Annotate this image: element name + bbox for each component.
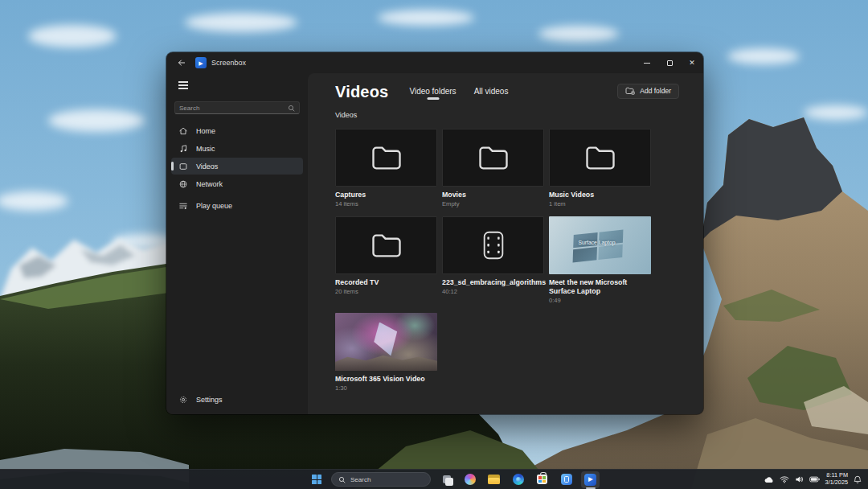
task-view-button[interactable] [436,471,455,488]
page-header: Videos Video folders All videos Add fold… [335,80,679,104]
add-folder-icon [625,87,635,95]
screenbox-window: ▶ Screenbox ✕ Home [166,52,703,414]
tile-meta: 14 items [335,200,437,208]
folder-icon [369,143,404,173]
tile-name: 223_sd_embracing_algorithms [442,278,544,287]
folder-thumbnail [442,129,544,187]
system-tray: 8:11 PM 3/1/2025 [764,470,862,489]
battery-icon[interactable] [809,476,820,483]
sidebar-search[interactable] [174,101,300,114]
folder-icon [583,143,618,173]
sidebar-item-network[interactable]: Network [171,175,303,192]
search-input[interactable] [179,105,288,112]
add-folder-button[interactable]: Add folder [617,84,679,99]
close-button[interactable]: ✕ [681,54,703,72]
folder-icon [369,231,404,261]
screenbox-taskbar-button[interactable]: ▶ [581,471,600,488]
taskbar-search-placeholder: Search [350,476,371,483]
volume-icon[interactable] [795,475,804,483]
video-tile-365-vision[interactable]: Microsoft 365 Vision Video 1:30 [335,313,437,392]
sidebar-item-videos[interactable]: Videos [171,158,303,175]
folder-thumbnail [335,216,437,274]
folder-tile-captures[interactable]: Captures 14 items [335,129,437,208]
tile-meta: 1 item [549,200,651,208]
thumbnail-rock-art [335,351,437,371]
window-titlebar[interactable]: ▶ Screenbox ✕ [166,52,703,73]
tile-duration: 40:12 [442,288,544,295]
main-content: Videos Video folders All videos Add fold… [308,73,703,414]
folder-tile-movies[interactable]: Movies Empty [442,129,544,208]
breadcrumb[interactable]: Videos [335,111,679,119]
edge-button[interactable] [509,471,527,488]
video-tile-surface-laptop[interactable]: Surface Laptop Meet the new Microsoft Su… [549,216,651,304]
sidebar-item-play-queue[interactable]: Play queue [171,197,303,214]
windows-logo-icon [312,475,321,484]
window-title: Screenbox [211,59,246,67]
tile-name: Captures [335,191,437,199]
nav-menu-button[interactable] [174,77,195,93]
sidebar-item-settings[interactable]: Settings [171,392,303,408]
sidebar-item-label: Home [196,127,215,135]
folder-tile-music-videos[interactable]: Music Videos 1 item [549,129,651,208]
settings-gear-icon [178,395,188,405]
view-tabs: Video folders All videos [409,87,508,100]
videos-icon [178,162,188,171]
sidebar: Home Music Videos Network [166,73,308,414]
settings-label: Settings [196,396,223,404]
back-button[interactable] [173,55,190,70]
file-explorer-button[interactable] [485,471,503,488]
minimize-button[interactable] [636,54,658,72]
folder-thumbnail [549,129,651,187]
sidebar-item-label: Play queue [196,202,232,210]
folder-icon [476,143,511,173]
taskbar: Search ▶ 8:11 PM 3/1/2025 [0,469,868,489]
film-strip-icon [480,229,507,261]
video-thumbnail [335,313,437,371]
folder-thumbnail [335,129,437,187]
microsoft-store-icon [537,475,547,484]
video-tile-embracing-algorithms[interactable]: 223_sd_embracing_algorithms 40:12 [442,216,544,304]
tile-name: Meet the new Microsoft Surface Laptop [549,278,651,296]
tile-name: Microsoft 365 Vision Video [335,375,437,384]
search-icon [338,476,346,483]
phone-link-button[interactable] [557,471,575,488]
edge-icon [513,474,524,485]
taskbar-search[interactable]: Search [331,472,431,487]
clock-date: 3/1/2025 [825,479,848,487]
sidebar-item-home[interactable]: Home [171,122,303,139]
tile-duration: 0:49 [549,297,651,304]
page-title: Videos [335,83,388,101]
video-file-thumbnail [442,216,544,274]
maximize-icon [667,60,673,66]
tab-all-videos[interactable]: All videos [474,87,509,100]
wifi-icon[interactable] [780,475,789,483]
play-queue-icon [178,201,188,211]
add-folder-label: Add folder [640,87,671,95]
folder-tile-recorded-tv[interactable]: Recorded TV 20 items [335,216,437,304]
copilot-icon [465,474,476,485]
search-icon [288,105,295,112]
tile-duration: 1:30 [335,384,437,392]
sidebar-item-label: Videos [196,162,218,171]
surface-logo-panes [573,230,624,263]
home-icon [178,126,188,136]
sidebar-item-label: Network [196,180,223,188]
start-button[interactable] [308,471,326,487]
tile-name: Music Videos [549,191,651,199]
maximize-button[interactable] [658,54,681,72]
screenbox-icon: ▶ [584,474,596,486]
notification-bell-icon[interactable] [854,475,862,484]
thumbnail-caption-text: Surface Laptop [549,240,645,245]
microsoft-store-button[interactable] [533,471,551,488]
music-icon [178,144,188,154]
close-icon: ✕ [689,59,695,67]
copilot-button[interactable] [461,471,479,488]
sidebar-nav: Home Music Videos Network [171,122,303,214]
thumbnail-crystal-art [374,323,401,356]
onedrive-cloud-icon[interactable] [764,476,774,483]
tab-video-folders[interactable]: Video folders [409,87,456,100]
sidebar-item-music[interactable]: Music [171,140,303,157]
taskbar-clock[interactable]: 8:11 PM 3/1/2025 [825,472,848,486]
phone-link-icon [561,474,572,485]
video-folders-grid: Captures 14 items Movies Empty [335,129,679,392]
